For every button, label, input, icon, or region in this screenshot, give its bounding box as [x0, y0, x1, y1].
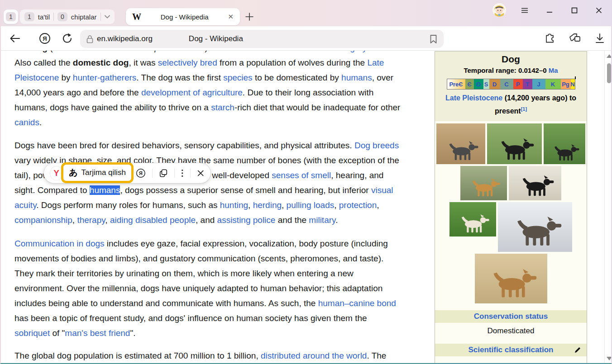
collections-icon[interactable]: [569, 33, 581, 44]
copy-icon[interactable]: [159, 168, 168, 178]
infobox-image[interactable]: [544, 123, 585, 164]
article-link[interactable]: gray wolf: [350, 51, 384, 52]
timescale-period-D[interactable]: D: [489, 79, 500, 89]
timescale-period-K[interactable]: K: [545, 79, 561, 89]
timescale-period-N[interactable]: N: [571, 79, 575, 89]
avatar[interactable]: [492, 3, 506, 17]
article-text-segment: of ": [50, 328, 65, 338]
article-link[interactable]: selectively bred: [158, 58, 217, 67]
article-link[interactable]: military: [309, 215, 335, 225]
vertical-scrollbar[interactable]: [604, 51, 612, 364]
reference-link[interactable]: [1]: [521, 106, 527, 112]
article-text-segment: ,: [248, 200, 253, 210]
article-text-segment: ,: [72, 215, 77, 225]
refresh-icon[interactable]: [62, 33, 73, 44]
menu-icon[interactable]: [521, 6, 529, 14]
article-link[interactable]: canids: [14, 118, 39, 127]
close-button[interactable]: [595, 6, 603, 14]
search-yandex-icon[interactable]: Я: [136, 168, 146, 179]
article-link[interactable]: hunter-gatherers: [73, 73, 136, 82]
chevron-down-icon[interactable]: [105, 14, 110, 19]
download-icon[interactable]: [595, 33, 605, 44]
article-link[interactable]: humans: [341, 73, 372, 82]
article-text-segment: (: [48, 51, 53, 52]
tab-group[interactable]: 1 ta'til 0 chiptalar: [20, 9, 115, 24]
article-text-segment: humans, dogs have gained the ability to …: [14, 103, 211, 112]
new-tab-button[interactable]: [244, 12, 254, 22]
article-text-segment: domestic dog: [73, 58, 129, 67]
timescale-period-PreЄ[interactable]: PreЄ: [447, 79, 465, 89]
article-link[interactable]: species: [223, 73, 252, 82]
article-link[interactable]: man's best friend: [65, 328, 130, 338]
timescale-period-O[interactable]: O: [474, 79, 483, 89]
infobox-image[interactable]: [460, 166, 507, 200]
address-bar[interactable]: en.wikipedia.org Dog - Wikipedia: [80, 30, 444, 48]
timescale-period-J[interactable]: J: [532, 79, 545, 89]
infobox-image[interactable]: [498, 202, 572, 252]
classification-value-link[interactable]: Animalia: [501, 359, 531, 364]
article-link[interactable]: human–canine bond: [318, 298, 396, 308]
article-link[interactable]: pulling loads: [287, 200, 335, 210]
selected-text[interactable]: humans: [90, 185, 120, 195]
extensions-icon[interactable]: [544, 33, 556, 44]
article-link[interactable]: protection: [339, 200, 377, 210]
url-domain[interactable]: en.wikipedia.org: [97, 34, 153, 43]
divider: [100, 13, 101, 21]
article-link[interactable]: herding: [253, 200, 282, 210]
scrollbar-thumb[interactable]: [607, 63, 611, 83]
maximize-button[interactable]: [570, 6, 579, 14]
geologic-timescale[interactable]: PreЄЄOSDCPTJKPgN: [447, 79, 575, 90]
late-pleistocene-link[interactable]: Late Pleistocene: [445, 94, 502, 102]
article-text-segment: 14,000 years ago and before the: [14, 88, 141, 97]
edit-pencil-icon[interactable]: [574, 346, 581, 354]
article-link[interactable]: aiding disabled people: [110, 215, 196, 225]
scroll-down-arrow-icon[interactable]: [607, 357, 612, 360]
article-text-segment: Also called the: [14, 58, 73, 67]
timescale-period-C[interactable]: C: [500, 79, 513, 89]
article-link[interactable]: therapy: [77, 215, 105, 225]
tab-dog-wikipedia[interactable]: W Dog - Wikipedia ✕: [126, 8, 240, 25]
infobox-image[interactable]: [436, 123, 485, 164]
popup-menu-icon[interactable]: [181, 169, 183, 178]
bookmark-icon[interactable]: [430, 34, 437, 44]
timescale-period-P[interactable]: P: [513, 79, 523, 89]
infobox-image[interactable]: [509, 166, 561, 200]
article-link[interactable]: development of agriculture: [141, 88, 243, 97]
lock-icon[interactable]: [86, 35, 93, 43]
infobox-image[interactable]: [449, 202, 496, 236]
ma-link[interactable]: Ma: [549, 66, 558, 74]
article-link[interactable]: Communication in dogs: [14, 239, 105, 248]
article-text-segment: environment. Over the millennia, dogs ha…: [14, 284, 382, 293]
tab-counter[interactable]: 1: [4, 9, 18, 24]
back-button[interactable]: [9, 33, 21, 44]
tab-close-icon[interactable]: ✕: [228, 13, 234, 21]
article-link[interactable]: Late: [367, 58, 384, 67]
article-link[interactable]: sobriquet: [14, 328, 50, 338]
article-link[interactable]: Dog breeds: [354, 141, 399, 150]
popup-translate-button[interactable]: あ Tarjima qilish: [61, 162, 134, 183]
article-link[interactable]: starch: [211, 103, 234, 112]
yandex-services-icon[interactable]: Я: [39, 33, 51, 44]
article-link[interactable]: hunting: [220, 200, 248, 210]
timescale-period-S[interactable]: S: [483, 79, 489, 89]
article-link[interactable]: visual: [371, 185, 393, 195]
scroll-up-arrow-icon[interactable]: [607, 54, 612, 58]
timescale-period-Pg[interactable]: Pg: [561, 79, 571, 89]
classification-rank: Kingdom:: [437, 359, 501, 364]
article-link[interactable]: acuity: [14, 200, 36, 210]
taxobox: Dog Temporal range: 0.0142–0 Ma PreЄЄOSD…: [435, 51, 587, 364]
article-link[interactable]: senses of smell: [272, 170, 331, 180]
minimize-button[interactable]: [545, 6, 554, 14]
article-link[interactable]: assisting police: [217, 215, 276, 225]
article-text-segment: The: [14, 51, 32, 52]
infobox-image[interactable]: [475, 254, 547, 303]
article-link[interactable]: distributed around the world: [261, 351, 367, 360]
popup-close-icon[interactable]: [197, 169, 204, 177]
article-link[interactable]: Pleistocene: [14, 73, 59, 82]
infobox-image[interactable]: [487, 123, 542, 164]
article-link[interactable]: companionship: [14, 215, 72, 225]
timescale-period-T[interactable]: T: [523, 79, 532, 89]
timescale-period-Є[interactable]: Є: [465, 79, 474, 89]
article-text-segment: to be domesticated by: [253, 73, 341, 82]
trips-count-badge: 1: [24, 12, 34, 21]
